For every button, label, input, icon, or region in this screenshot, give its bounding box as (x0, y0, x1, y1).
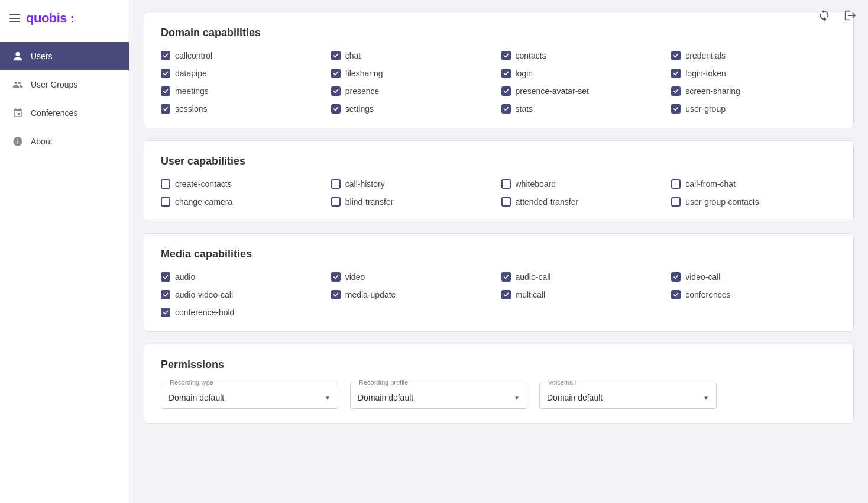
checkbox[interactable] (161, 179, 170, 189)
domain-capabilities-card: Domain capabilities callcontrolchatconta… (144, 12, 854, 128)
checkbox[interactable] (501, 179, 511, 189)
checkbox[interactable] (671, 272, 681, 282)
hamburger-icon[interactable] (9, 14, 20, 22)
cap-item[interactable]: contacts (501, 51, 667, 60)
checkbox[interactable] (161, 272, 170, 282)
checkbox[interactable] (331, 69, 341, 78)
checkbox[interactable] (501, 86, 511, 96)
checkbox[interactable] (161, 290, 170, 299)
domain-capabilities-grid: callcontrolchatcontactscredentialsdatapi… (161, 51, 837, 114)
cap-item[interactable]: presence-avatar-set (501, 86, 667, 96)
cap-item[interactable]: filesharing (331, 69, 497, 78)
checkbox[interactable] (331, 104, 341, 114)
checkbox[interactable] (501, 290, 511, 299)
cap-item[interactable]: meetings (161, 86, 326, 96)
checkbox[interactable] (161, 308, 170, 317)
checkbox[interactable] (331, 179, 341, 189)
checkbox[interactable] (161, 197, 170, 207)
logout-icon[interactable] (842, 7, 859, 24)
checkbox[interactable] (331, 290, 341, 299)
checkbox[interactable] (331, 197, 341, 207)
checkbox[interactable] (161, 86, 170, 96)
recording-profile-field[interactable]: Recording profileDomain default▼ (350, 383, 527, 409)
refresh-icon[interactable] (816, 7, 833, 24)
cap-item[interactable]: attended-transfer (501, 197, 667, 207)
checkbox[interactable] (161, 69, 170, 78)
cap-item[interactable]: credentials (671, 51, 837, 60)
voicemail-field[interactable]: VoicemailDomain default▼ (539, 383, 717, 409)
cap-item[interactable]: audio-video-call (161, 290, 326, 299)
checkbox[interactable] (671, 290, 681, 299)
cap-item[interactable]: user-group-contacts (671, 197, 837, 207)
checkbox[interactable] (161, 51, 170, 60)
sidebar: quobis : Users User Groups Conferences (0, 0, 129, 503)
checkbox[interactable] (671, 179, 681, 189)
cap-item[interactable]: datapipe (161, 69, 326, 78)
voicemail-label: Voicemail (546, 379, 578, 386)
checkbox[interactable] (501, 197, 511, 207)
cap-item[interactable]: audio (161, 272, 326, 282)
user-icon (12, 50, 24, 62)
cap-item[interactable]: login-token (671, 69, 837, 78)
media-capabilities-card: Media capabilities audiovideoaudio-callv… (144, 233, 854, 332)
recording-profile-label: Recording profile (357, 379, 410, 386)
checkbox[interactable] (671, 197, 681, 207)
cap-item[interactable]: create-contacts (161, 179, 326, 189)
recording-type-field[interactable]: Recording typeDomain default▼ (161, 383, 338, 409)
cap-item[interactable]: media-update (331, 290, 497, 299)
cap-item[interactable]: blind-transfer (331, 197, 497, 207)
cap-item[interactable]: stats (501, 104, 667, 114)
checkbox[interactable] (671, 86, 681, 96)
cap-label: change-camera (175, 197, 232, 207)
cap-item[interactable]: whiteboard (501, 179, 667, 189)
cap-item[interactable]: change-camera (161, 197, 326, 207)
permissions-title: Permissions (161, 359, 837, 371)
topbar-icons (816, 7, 859, 24)
cap-item[interactable]: video-call (671, 272, 837, 282)
cap-item[interactable]: login (501, 69, 667, 78)
cap-item[interactable]: sessions (161, 104, 326, 114)
checkbox[interactable] (501, 69, 511, 78)
checkbox[interactable] (331, 272, 341, 282)
cap-item[interactable]: call-history (331, 179, 497, 189)
cap-label: conference-hold (175, 308, 234, 317)
cap-item[interactable]: presence (331, 86, 497, 96)
cap-label: presence (345, 86, 380, 96)
sidebar-item-users-label: Users (31, 51, 53, 61)
cap-item[interactable]: settings (331, 104, 497, 114)
cap-item[interactable]: conferences (671, 290, 837, 299)
cap-label: user-group-contacts (685, 197, 759, 207)
cap-item[interactable]: video (331, 272, 497, 282)
main-content: Domain capabilities callcontrolchatconta… (129, 0, 868, 503)
info-icon (12, 136, 24, 147)
checkbox[interactable] (501, 272, 511, 282)
cap-item[interactable]: chat (331, 51, 497, 60)
cap-label: login-token (685, 69, 726, 78)
cap-label: attended-transfer (516, 197, 579, 207)
checkbox[interactable] (331, 86, 341, 96)
cap-label: create-contacts (175, 179, 232, 189)
checkbox[interactable] (501, 104, 511, 114)
sidebar-item-user-groups[interactable]: User Groups (0, 70, 129, 99)
cap-label: call-from-chat (685, 179, 736, 189)
checkbox[interactable] (671, 69, 681, 78)
checkbox[interactable] (501, 51, 511, 60)
checkbox[interactable] (161, 104, 170, 114)
checkbox[interactable] (671, 104, 681, 114)
sidebar-header: quobis : (0, 0, 129, 37)
cap-label: blind-transfer (345, 197, 394, 207)
checkbox[interactable] (671, 51, 681, 60)
sidebar-item-about[interactable]: About (0, 127, 129, 156)
domain-capabilities-title: Domain capabilities (161, 27, 837, 39)
cap-item[interactable]: screen-sharing (671, 86, 837, 96)
sidebar-item-conferences[interactable]: Conferences (0, 99, 129, 127)
sidebar-item-users[interactable]: Users (0, 42, 129, 70)
cap-label: audio-call (516, 272, 551, 282)
cap-item[interactable]: conference-hold (161, 308, 326, 317)
cap-item[interactable]: callcontrol (161, 51, 326, 60)
cap-item[interactable]: audio-call (501, 272, 667, 282)
cap-item[interactable]: user-group (671, 104, 837, 114)
cap-item[interactable]: multicall (501, 290, 667, 299)
checkbox[interactable] (331, 51, 341, 60)
cap-item[interactable]: call-from-chat (671, 179, 837, 189)
